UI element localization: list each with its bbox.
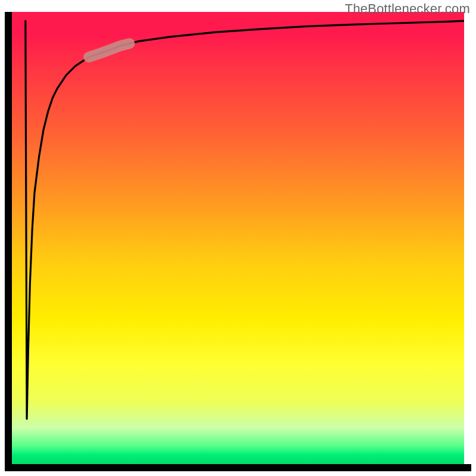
attribution-label: TheBottlenecker.com bbox=[345, 1, 470, 17]
plot-gradient-background bbox=[12, 12, 464, 464]
y-axis bbox=[5, 12, 12, 464]
bottleneck-chart: TheBottlenecker.com bbox=[0, 0, 476, 476]
x-axis bbox=[5, 464, 471, 471]
